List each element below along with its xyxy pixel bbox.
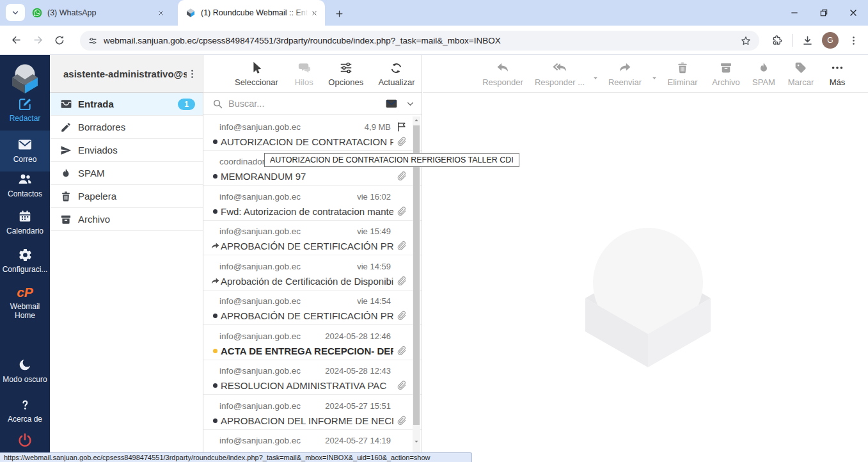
- site-settings-icon[interactable]: [88, 36, 98, 46]
- list-scrollbar[interactable]: [413, 116, 420, 462]
- downloads-icon[interactable]: [796, 29, 818, 51]
- message-row[interactable]: info@sanjuan.gob.ec vie 14:59 Aprobación…: [203, 255, 422, 291]
- folder-item-spam[interactable]: SPAM: [50, 162, 203, 185]
- message-sender: info@sanjuan.gob.ec: [219, 122, 365, 132]
- status-dot-icon: [210, 314, 220, 318]
- select-button[interactable]: Seleccionar: [229, 60, 284, 87]
- status-dot-icon: [210, 174, 220, 179]
- folder-menu-icon[interactable]: [187, 68, 198, 79]
- folder-item-inbox[interactable]: Entrada 1: [50, 93, 203, 116]
- sidenav-item-settings[interactable]: Configuraci...: [0, 247, 50, 274]
- roundcube-favicon: [185, 8, 196, 18]
- close-window-button[interactable]: [839, 0, 868, 26]
- sidenav-item-dark-mode[interactable]: Modo oscuro: [0, 357, 50, 384]
- message-row[interactable]: info@sanjuan.gob.ec 2024-05-28 12:43 RES…: [203, 360, 422, 395]
- message-row[interactable]: info@sanjuan.gob.ec vie 15:49 APROBACIÓN…: [203, 221, 422, 256]
- sidenav-item-mail[interactable]: Correo: [0, 131, 50, 171]
- sidenav-item-logout[interactable]: [0, 433, 50, 448]
- message-date: vie 14:54: [357, 296, 391, 306]
- sidenav-item-about[interactable]: Acerca de: [0, 397, 50, 424]
- folder-item-archive[interactable]: Archivo: [50, 208, 203, 231]
- folder-label: SPAM: [78, 168, 104, 179]
- more-button[interactable]: Más: [821, 60, 854, 87]
- tab-roundcube[interactable]: (1) Roundcube Webmail :: Entra: [178, 0, 325, 26]
- moon-icon: [18, 357, 32, 372]
- toolbar-divider: [792, 34, 793, 47]
- message-subject: APROBACION DEL INFORME DE NECESI...: [221, 415, 393, 426]
- forward-caret-icon[interactable]: [651, 74, 658, 82]
- trash-icon: [59, 191, 72, 202]
- sidenav-item-calendar[interactable]: Calendario: [0, 209, 50, 235]
- minimize-button[interactable]: [780, 0, 809, 26]
- bookmark-star-icon[interactable]: [740, 35, 752, 47]
- delete-button[interactable]: Eliminar: [659, 60, 706, 87]
- message-date: 2024-05-27 15:51: [325, 401, 391, 411]
- archive-icon: [720, 60, 732, 76]
- search-bar: [203, 93, 422, 115]
- tab-whatsapp[interactable]: (3) WhatsApp: [26, 0, 171, 26]
- tab-search-button[interactable]: [6, 4, 25, 21]
- sidenav-item-webmail-home[interactable]: cP Webmail Home: [0, 284, 50, 320]
- folder-item-trash[interactable]: Papelera: [50, 185, 203, 208]
- browser-toolbar: webmail.sanjuan.gob.ec/cpsess8498474551/…: [0, 26, 868, 55]
- message-row[interactable]: info@sanjuan.gob.ec 2024-05-28 12:46 ACT…: [203, 325, 422, 360]
- message-row[interactable]: info@sanjuan.gob.ec 4,9 MB AUTORIZACION …: [203, 116, 422, 151]
- forward-button[interactable]: [27, 29, 49, 51]
- options-button[interactable]: Opciones: [324, 60, 368, 87]
- whatsapp-icon: [32, 8, 42, 18]
- close-tab-icon[interactable]: [308, 7, 320, 19]
- browser-titlebar: (3) WhatsApp (1) Roundcube Webmail :: En…: [0, 0, 868, 26]
- message-sender: info@sanjuan.gob.ec: [219, 192, 357, 202]
- sidenav-label: Calendario: [6, 227, 43, 235]
- attachment-icon: [393, 241, 407, 251]
- message-sender: info@sanjuan.gob.ec: [219, 366, 325, 376]
- close-tab-icon[interactable]: [155, 7, 166, 19]
- refresh-button[interactable]: Actualizar: [372, 60, 422, 87]
- search-scope-icon[interactable]: [385, 97, 398, 110]
- folder-label: Entrada: [78, 99, 114, 109]
- restore-button[interactable]: [809, 0, 839, 26]
- sidenav: Redactar Correo Contactos Calendario Con…: [0, 55, 50, 462]
- message-row[interactable]: info@sanjuan.gob.ec 2024-05-27 15:51 APR…: [203, 395, 422, 430]
- forward-icon: [618, 60, 632, 76]
- reply-all-caret-icon[interactable]: [592, 74, 599, 82]
- extensions-icon[interactable]: [766, 29, 788, 51]
- mark-button[interactable]: Marcar: [781, 60, 821, 87]
- calendar-icon: [18, 209, 32, 224]
- options-icon: [339, 60, 353, 76]
- flagged-dot-icon: [210, 349, 220, 353]
- send-icon: [59, 145, 72, 156]
- scrollbar-thumb[interactable]: [413, 125, 420, 425]
- attachment-icon: [393, 380, 407, 391]
- message-date: vie 15:49: [357, 227, 391, 236]
- scroll-down-icon[interactable]: [413, 438, 420, 445]
- forward-button[interactable]: Reenviar: [601, 60, 649, 87]
- url-text[interactable]: webmail.sanjuan.gob.ec/cpsess8498474551/…: [104, 36, 740, 45]
- search-options-chevron-icon[interactable]: [406, 99, 415, 109]
- message-row[interactable]: info@sanjuan.gob.ec vie 16:02 Fwd: Autor…: [203, 186, 422, 221]
- pencil-icon: [59, 122, 72, 133]
- browser-menu-icon[interactable]: [842, 29, 864, 51]
- search-input[interactable]: [228, 99, 380, 109]
- reply-all-button[interactable]: Responder ...: [529, 60, 590, 87]
- folder-item-sent[interactable]: Enviados: [50, 139, 203, 162]
- sidenav-item-contacts[interactable]: Contactos: [0, 171, 50, 198]
- archive-button[interactable]: Archivo: [706, 60, 746, 87]
- chevron-down-icon: [11, 8, 20, 17]
- message-row[interactable]: info@sanjuan.gob.ec vie 14:54 APROBACIÓN…: [203, 291, 422, 326]
- spam-button[interactable]: SPAM: [746, 60, 781, 87]
- threads-button[interactable]: Hilos: [288, 60, 320, 87]
- new-tab-button[interactable]: [331, 6, 347, 21]
- address-bar[interactable]: webmail.sanjuan.gob.ec/cpsess8498474551/…: [80, 31, 759, 51]
- reply-icon: [496, 60, 510, 76]
- reload-button[interactable]: [49, 29, 70, 51]
- refresh-label: Actualizar: [378, 77, 414, 87]
- tag-icon: [794, 60, 807, 76]
- flag-icon[interactable]: [391, 121, 407, 132]
- reply-button[interactable]: Responder: [477, 60, 529, 87]
- scroll-up-icon[interactable]: [413, 116, 420, 124]
- back-button[interactable]: [5, 29, 27, 51]
- profile-avatar[interactable]: G: [822, 32, 839, 49]
- folder-item-drafts[interactable]: Borradores: [50, 116, 203, 139]
- sidenav-item-compose[interactable]: Redactar: [0, 96, 50, 123]
